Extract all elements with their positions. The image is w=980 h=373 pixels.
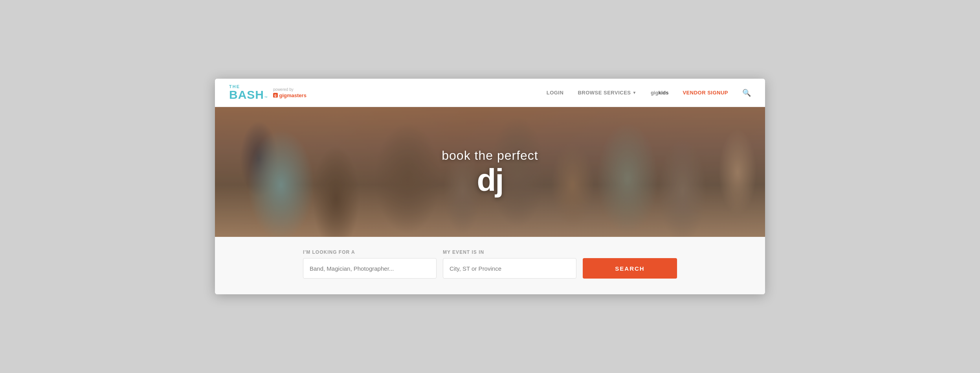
event-in-field: MY EVENT IS IN: [443, 249, 576, 279]
gig-icon: g: [273, 93, 278, 98]
nav-links: LOGIN BROWSE SERVICES ▼ giggigkidskids V…: [547, 89, 751, 97]
gig-masters-text: gigmasters: [279, 92, 306, 98]
logo-bash: BASH: [229, 89, 264, 101]
kids-label: kids: [658, 90, 668, 96]
logo-text: THE BASH ™: [229, 85, 268, 101]
hero-text: book the perfect dj: [442, 148, 538, 196]
logo-area: THE BASH ™ powered by g gigmasters: [229, 85, 306, 101]
gigkids-link[interactable]: giggigkidskids: [651, 90, 669, 96]
browse-services-link[interactable]: BROWSE SERVICES ▼: [578, 90, 637, 96]
browser-window: THE BASH ™ powered by g gigmasters LOGIN…: [215, 79, 765, 294]
search-icon: 🔍: [742, 89, 751, 97]
logo-tm: ™: [264, 96, 268, 100]
event-in-label: MY EVENT IS IN: [443, 249, 576, 255]
login-link[interactable]: LOGIN: [547, 90, 564, 96]
hero-section: book the perfect dj: [215, 107, 765, 237]
gig-part: gig: [651, 90, 659, 96]
browse-services-label: BROWSE SERVICES: [578, 90, 631, 96]
looking-for-field: I'M LOOKING FOR A: [303, 249, 437, 279]
chevron-down-icon: ▼: [633, 90, 637, 95]
search-button[interactable]: SEARCH: [583, 258, 677, 279]
powered-by-label: powered by: [273, 87, 306, 92]
gig-masters-badge: g gigmasters: [273, 92, 306, 98]
looking-for-input[interactable]: [303, 258, 437, 279]
looking-for-label: I'M LOOKING FOR A: [303, 249, 437, 255]
search-bar: I'M LOOKING FOR A MY EVENT IS IN SEARCH: [215, 237, 765, 294]
event-location-input[interactable]: [443, 258, 576, 279]
hero-title: dj: [442, 164, 538, 196]
powered-by: powered by g gigmasters: [273, 87, 306, 98]
header: THE BASH ™ powered by g gigmasters LOGIN…: [215, 79, 765, 107]
search-icon-button[interactable]: 🔍: [742, 89, 751, 97]
vendor-signup-link[interactable]: VENDOR SIGNUP: [683, 90, 728, 96]
hero-subtitle: book the perfect: [442, 148, 538, 163]
